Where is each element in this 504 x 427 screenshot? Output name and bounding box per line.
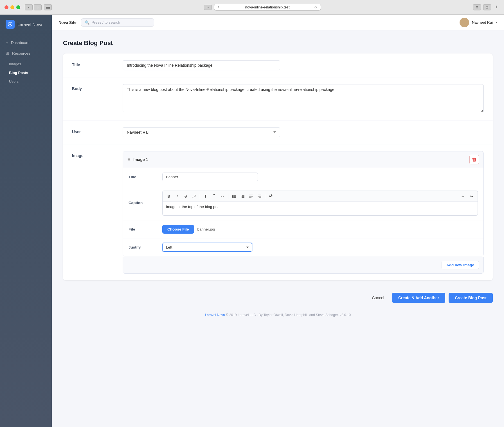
svg-rect-0 [46, 6, 50, 6]
svg-point-6 [232, 195, 233, 196]
cancel-button[interactable]: Cancel [367, 293, 389, 302]
share-button[interactable]: ⬆ [473, 4, 481, 10]
toolbar-separator-2 [228, 194, 228, 199]
caption-text: Image at the top of the blog post [166, 205, 220, 209]
svg-rect-2 [46, 8, 50, 9]
sidebar-item-users[interactable]: Users [0, 77, 52, 86]
page-title: Create Blog Post [63, 39, 493, 47]
sidebar-logo: Laravel Nova [0, 15, 52, 34]
toolbar-separator-3 [265, 194, 265, 199]
reload-icon: ↻ [218, 5, 220, 9]
svg-rect-22 [258, 195, 261, 195]
add-new-image-button[interactable]: Add new image [442, 261, 479, 269]
inner-row-caption: Caption B I S [123, 186, 483, 220]
file-name: banner.jpg [197, 227, 215, 231]
svg-rect-25 [259, 197, 261, 198]
svg-rect-24 [258, 196, 261, 197]
tab-dots: ··· [204, 5, 212, 10]
svg-rect-13 [242, 195, 244, 196]
form-row-title: Title [63, 53, 493, 77]
minimize-button[interactable] [10, 5, 14, 9]
undo-button[interactable]: ↩ [459, 193, 467, 200]
body-label: Body [72, 84, 123, 91]
add-tab-button[interactable]: + [493, 4, 500, 10]
footer-brand-link[interactable]: Laravel Nova [205, 313, 225, 317]
quote-button[interactable]: " [210, 193, 218, 200]
redo-button[interactable]: ↪ [467, 193, 475, 200]
form-card: Title Body This is a new blog post about… [63, 53, 493, 280]
search-bar[interactable]: 🔍 Press / to search [81, 18, 154, 27]
topbar: Nova Site 🔍 Press / to search Navneet Ra… [52, 15, 504, 30]
create-button[interactable]: Create Blog Post [449, 293, 493, 303]
site-name: Nova Site [58, 20, 76, 25]
main-content: Create Blog Post Title Body This is a ne… [52, 30, 504, 427]
svg-rect-20 [249, 196, 253, 197]
italic-button[interactable]: I [173, 193, 181, 200]
svg-rect-19 [249, 196, 251, 196]
title-label: Title [72, 60, 123, 67]
add-image-row: Add new image [123, 257, 484, 274]
form-footer: Cancel Create & Add Another Create Blog … [63, 287, 493, 308]
body-textarea[interactable]: This is a new blog post about the Nova-I… [123, 84, 484, 112]
sidebar-item-images[interactable]: Images [0, 60, 52, 68]
new-tab-button[interactable]: ⊡ [483, 4, 491, 10]
delete-image-button[interactable] [469, 155, 479, 164]
justify-select[interactable]: Left Center Right [162, 243, 252, 252]
svg-rect-1 [46, 7, 50, 8]
image-label: Image [72, 151, 123, 158]
close-button[interactable] [4, 5, 8, 9]
attach-button[interactable] [267, 193, 275, 200]
logo-text: Laravel Nova [17, 22, 42, 27]
image-relation-card: ≡ Image 1 Title [123, 151, 484, 256]
chevron-down-icon[interactable]: ▾ [496, 21, 497, 24]
svg-point-4 [462, 20, 466, 24]
back-button[interactable]: ‹ [25, 4, 33, 10]
link-button[interactable] [190, 193, 198, 200]
svg-rect-11 [233, 197, 236, 197]
heading-button[interactable]: T [202, 193, 210, 200]
inner-file-label: File [129, 225, 157, 231]
sidebar-item-resources[interactable]: ⊞ Resources [0, 48, 52, 59]
svg-rect-7 [233, 195, 236, 196]
ul-button[interactable] [230, 193, 238, 200]
svg-point-8 [232, 196, 233, 197]
inner-row-justify: Justify Left Center Right [123, 238, 483, 256]
form-row-user: User Navneet Rai [63, 120, 493, 144]
forward-button[interactable]: › [34, 4, 42, 10]
title-input[interactable] [123, 60, 280, 70]
form-row-image: Image ≡ Image 1 [63, 144, 493, 280]
sidebar-item-blog-posts[interactable]: Blog Posts [0, 68, 52, 77]
sidebar-item-dashboard[interactable]: ⌂ Dashboard [0, 37, 52, 48]
window-chrome: ‹ › ··· ↻ nova-inline-relationship.test … [0, 0, 504, 15]
sidebar-toggle-button[interactable] [44, 4, 52, 10]
image-relation-body: Title Caption [123, 168, 483, 256]
inner-caption-label: Caption [129, 191, 157, 205]
svg-rect-23 [259, 196, 261, 196]
choose-file-button[interactable]: Choose File [162, 225, 194, 234]
svg-point-10 [232, 197, 233, 198]
svg-rect-17 [242, 197, 244, 197]
footer-version: v2.0.10 [340, 313, 351, 317]
align-left-button[interactable] [247, 193, 255, 200]
align-right-button[interactable] [255, 193, 263, 200]
footer-copyright: © 2019 Laravel LLC · By Taylor Otwell, D… [226, 313, 339, 317]
ol-button[interactable]: 1.2.3. [238, 193, 246, 200]
code-button[interactable]: <> [219, 193, 226, 200]
inner-title-label: Title [129, 173, 157, 179]
resources-icon: ⊞ [6, 51, 9, 56]
strikethrough-button[interactable]: S [182, 193, 190, 200]
user-name: Navneet Rai [472, 20, 493, 24]
page-footer: Laravel Nova © 2019 Laravel LLC · By Tay… [63, 308, 493, 321]
create-add-another-button[interactable]: Create & Add Another [392, 293, 445, 303]
maximize-button[interactable] [16, 5, 20, 9]
search-placeholder: Press / to search [92, 20, 120, 24]
image-title-input[interactable] [162, 173, 258, 181]
toolbar-separator [200, 194, 200, 199]
user-label: User [72, 127, 123, 134]
address-bar-url[interactable]: nova-inline-relationship.test [223, 5, 312, 9]
drag-handle-icon[interactable]: ≡ [127, 157, 130, 162]
secure-icon: ⟳ [314, 5, 317, 9]
user-select[interactable]: Navneet Rai [123, 127, 280, 137]
bold-button[interactable]: B [165, 193, 173, 200]
caption-editor[interactable]: Image at the top of the blog post [162, 202, 478, 216]
